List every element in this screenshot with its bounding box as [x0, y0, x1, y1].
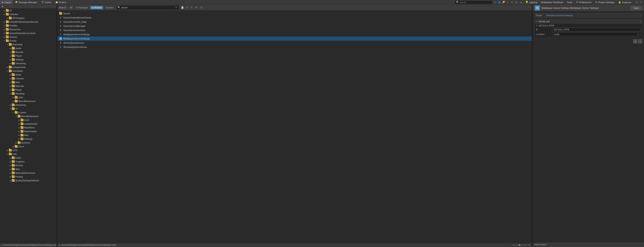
tree-item-audio[interactable]: Audio — [0, 46, 56, 50]
asset-item-game-server-manager[interactable]: #GameServerManager — [58, 24, 532, 28]
key-btn[interactable]: 🔑 — [502, 0, 506, 4]
tree-item-streaming-auth[interactable]: Streaming — [0, 62, 56, 65]
tree-item-custom[interactable]: Custom — [0, 110, 56, 114]
tree-item-settings[interactable]: Settings — [0, 58, 56, 62]
tree-arrow-quality-settings[interactable] — [9, 179, 12, 182]
tree-item-global-entities[interactable]: GlobalEntitiesDependencies — [0, 20, 56, 24]
account-btn[interactable]: 👤 — [498, 0, 501, 4]
window-maximize-btn[interactable]: ⊟ — [635, 0, 638, 4]
tree-item-camera[interactable]: Camera — [0, 76, 56, 80]
tree-item-vehicles[interactable]: Vehicles — [0, 12, 56, 16]
save-search-btn[interactable]: 💾 — [180, 6, 184, 10]
x-btn[interactable]: ✕ — [493, 0, 497, 4]
remove-server-btn[interactable]: - — [638, 39, 642, 44]
tree-arrow-scripts[interactable] — [3, 39, 6, 42]
tree-container[interactable]: UIVehiclesVFXGraphsGlobalEntitiesDepende… — [0, 8, 56, 243]
tree-item-ui-gameplay[interactable]: UI — [0, 107, 56, 110]
star-btn[interactable]: ★ — [510, 0, 514, 4]
tree-item-components[interactable]: Components — [0, 65, 56, 69]
tree-item-bounds[interactable]: Bounds — [0, 50, 56, 54]
tree-item-ui[interactable]: UI — [0, 8, 56, 12]
server-list-toggle[interactable] — [536, 20, 538, 22]
tree-item-gameplay[interactable]: Gameplay — [0, 69, 56, 73]
tree-item-scenes[interactable]: Scenes — [0, 35, 56, 39]
cloud-btn[interactable]: ☁ — [519, 0, 523, 4]
search-tab-scenes[interactable]: 'Scenes — [104, 6, 115, 9]
tree-arrow-systems[interactable] — [15, 141, 18, 144]
tree-item-ugs[interactable]: UGS — [0, 148, 56, 152]
tree-item-hud[interactable]: HUD — [0, 118, 56, 122]
search-tab-all[interactable]: All — [68, 6, 74, 9]
tree-arrow-matchmaker[interactable] — [18, 130, 20, 133]
tree-arrow-mainmenu[interactable] — [18, 126, 20, 129]
tree-arrow-components[interactable] — [6, 66, 9, 68]
tree-arrow-ugs[interactable] — [6, 149, 9, 152]
search-input-wrap[interactable]: 🔍 ✕ — [116, 5, 179, 10]
tree-arrow-player-gameplay[interactable] — [9, 88, 12, 91]
tree-arrow-audio[interactable] — [9, 47, 12, 50]
tree-arrow-audio-gameplay[interactable] — [9, 73, 12, 76]
tree-arrow-hud[interactable] — [18, 118, 20, 122]
tree-item-pooling[interactable]: Pooling — [0, 175, 56, 178]
tree-arrow-ui-gameplay[interactable] — [9, 107, 12, 110]
tree-arrow-gameplay[interactable] — [6, 70, 9, 72]
location-dropdown[interactable]: Local ▼ — [552, 32, 641, 36]
tree-arrow-netcode-extensions[interactable] — [9, 172, 12, 174]
multiplayer-plamode-btn[interactable]: Multiplayer PlayMode — [540, 0, 565, 4]
tree-arrow-utils[interactable] — [6, 152, 9, 156]
search-tab-in-assets[interactable]: In Assets — [90, 6, 103, 9]
preferences-btn[interactable]: ⚙ Preferences — [574, 0, 593, 4]
tree-arrow-ui[interactable] — [3, 9, 6, 12]
tree-item-matchmaker[interactable]: Matchmaker — [0, 130, 56, 133]
tree-item-editor[interactable]: Editor — [0, 156, 56, 160]
entry-toggle[interactable] — [536, 24, 538, 27]
tree-item-graphics[interactable]: Graphics — [0, 160, 56, 164]
tree-item-vfxgraphs[interactable]: VFXGraphs — [0, 16, 56, 20]
tree-item-jobs[interactable]: Jobs — [0, 96, 56, 99]
tree-arrow-streaming-auth[interactable] — [9, 62, 12, 65]
tree-item-prefabs[interactable]: Prefabs — [0, 24, 56, 28]
tree-item-misc-gameplay[interactable]: Misc — [0, 80, 56, 84]
tools-btn[interactable]: Tools — [565, 0, 574, 4]
tree-arrow-scene-dependency[interactable] — [3, 32, 6, 35]
window-close-btn[interactable]: ✕ — [639, 0, 643, 4]
asset-item-shooting-system-server[interactable]: #ShootingSystemServer — [58, 45, 532, 49]
tree-arrow-shooting[interactable] — [9, 92, 12, 95]
tree-item-audio-gameplay[interactable]: Audio — [0, 73, 56, 76]
tree-item-quality-settings[interactable]: QualitySettingsSelector — [0, 178, 56, 182]
inspector-btn[interactable]: 🔒 Inspector — [616, 0, 633, 4]
menu-game[interactable]: ▶ Game — [0, 0, 13, 4]
tree-arrow-bounds[interactable] — [9, 50, 12, 54]
ip-value[interactable]: 127.0.0.1:7979 — [552, 28, 641, 32]
tree-arrow-authoring[interactable] — [6, 43, 9, 46]
tree-arrow-custom[interactable] — [12, 111, 15, 114]
project-settings-btn[interactable]: ⚙ Project Settings — [594, 0, 616, 4]
menu-scene[interactable]: 🎬 Scene — [39, 0, 53, 4]
tree-arrow-player[interactable] — [9, 54, 12, 57]
tree-item-streaming[interactable]: Streaming — [0, 103, 56, 107]
info-btn[interactable]: ℹ — [190, 6, 194, 10]
slider-track[interactable] — [515, 245, 528, 246]
tree-arrow-prefabs[interactable] — [3, 24, 6, 27]
tree-item-shooting[interactable]: Shooting — [0, 92, 56, 96]
tree-arrow-leaderboard[interactable] — [18, 122, 20, 125]
asset-item-server-folder[interactable]: Server — [58, 11, 532, 16]
tree-arrow-vivox[interactable] — [12, 145, 15, 148]
help-btn[interactable]: ? — [506, 0, 510, 4]
tree-arrow-editor[interactable] — [9, 156, 12, 159]
tree-item-resources[interactable]: Resources — [0, 28, 56, 31]
tree-arrow-netcode[interactable] — [9, 84, 12, 88]
asset-item-game-server-info[interactable]: #GameServerInfo_Data — [58, 20, 532, 24]
tree-item-player[interactable]: Player — [0, 54, 56, 58]
asset-item-game-server-services[interactable]: #GameServerServices — [58, 28, 532, 32]
menu-package-manager[interactable]: 📦 Package Manager — [13, 0, 39, 4]
tree-arrow-settings-ui[interactable] — [18, 138, 20, 140]
tree-arrow-misc-utils[interactable] — [9, 168, 12, 170]
tree-item-authoring[interactable]: Authoring — [0, 42, 56, 46]
filter-btn[interactable]: ☰ — [185, 6, 189, 10]
tree-item-misc-utils[interactable]: Misc — [0, 167, 56, 171]
tree-arrow-monobehaviours-shooting[interactable] — [12, 100, 15, 102]
tree-arrow-vfxgraphs[interactable] — [6, 16, 9, 20]
tree-arrow-misc-gameplay[interactable] — [9, 81, 12, 84]
tree-item-netcode-extensions[interactable]: NetcodeExtensions — [0, 171, 56, 175]
